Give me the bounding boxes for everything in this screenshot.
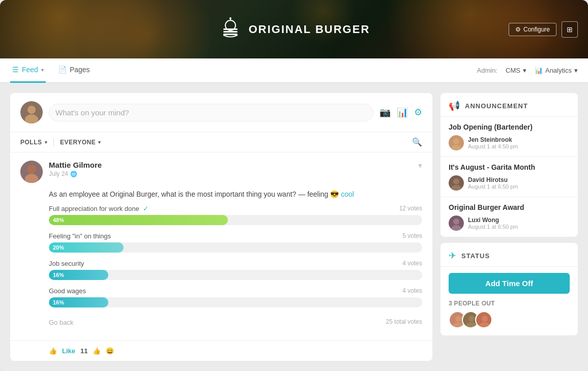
total-votes: 25 total votes bbox=[386, 318, 422, 325]
analytics-chevron: ▾ bbox=[574, 67, 578, 74]
svg-point-26 bbox=[468, 316, 475, 322]
svg-point-29 bbox=[482, 316, 488, 322]
avatar-group bbox=[449, 311, 570, 328]
svg-point-23 bbox=[455, 316, 461, 322]
ann-title-3: Original Burger Award bbox=[449, 203, 570, 211]
out-person-avatar-3 bbox=[475, 311, 492, 328]
filter-divider bbox=[53, 138, 54, 146]
add-time-off-button[interactable]: Add Time Off bbox=[449, 273, 570, 294]
configure-button[interactable]: ⚙ Configure bbox=[509, 23, 556, 36]
search-button[interactable]: 🔍 bbox=[412, 137, 422, 147]
configure-icon: ⚙ bbox=[515, 26, 521, 33]
nav-right: Admin: CMS ▾ 📊 Analytics ▾ bbox=[477, 67, 578, 74]
post-author-avatar bbox=[20, 161, 43, 183]
poll-option: Job security 4 votes 16% bbox=[49, 260, 422, 280]
people-out-label: 3 PEOPLE OUT bbox=[449, 300, 570, 307]
post-meta: Mattie Gilmore July 24 🌐 bbox=[49, 161, 412, 177]
ann-person-3: Luxi Wong August 1 at 6:50 pm bbox=[449, 215, 570, 231]
svg-point-17 bbox=[453, 178, 459, 184]
filter-bar: POLLS ▾ EVERYONE ▾ 🔍 bbox=[10, 132, 432, 152]
post-icons: 📷 📊 ⚙ bbox=[379, 107, 422, 118]
post-box: What's on your mind? 📷 📊 ⚙ bbox=[10, 93, 432, 132]
thumbs-up-icon: 👍 bbox=[49, 347, 57, 355]
camera-icon[interactable]: 📷 bbox=[379, 107, 391, 118]
post-date: July 24 🌐 bbox=[49, 170, 412, 177]
chart-icon[interactable]: 📊 bbox=[397, 107, 408, 118]
post-author-name: Mattie Gilmore bbox=[49, 161, 412, 169]
post-options-chevron[interactable]: ▾ bbox=[418, 161, 422, 170]
nav-left: ☰ Feed ▾ 📄 Pages bbox=[10, 58, 477, 83]
ann-title-1: Job Opening (Bartender) bbox=[449, 123, 570, 131]
nav-feed[interactable]: ☰ Feed ▾ bbox=[10, 58, 46, 83]
right-panel: 📢 ANNOUNCEMENT Job Opening (Bartender) J… bbox=[440, 93, 578, 361]
settings-icon[interactable]: ⚙ bbox=[414, 107, 422, 118]
everyone-filter[interactable]: EVERYONE ▾ bbox=[60, 139, 101, 146]
announcement-item: Job Opening (Bartender) Jen Steinbrook A… bbox=[440, 117, 578, 157]
feed-chevron: ▾ bbox=[41, 67, 44, 73]
status-icon: ✈ bbox=[449, 250, 456, 261]
ann-avatar-2 bbox=[449, 175, 464, 191]
status-card: ✈ STATUS Add Time Off 3 PEOPLE OUT bbox=[440, 243, 578, 335]
poll-option: Feeling "in" on things 5 votes 20% bbox=[49, 232, 422, 253]
polls-filter[interactable]: POLLS ▾ bbox=[20, 139, 47, 146]
poll-option: Full appreciation for work done ✓ 12 vot… bbox=[49, 205, 422, 225]
feed-panel: What's on your mind? 📷 📊 ⚙ POLLS ▾ EVERY… bbox=[10, 93, 432, 361]
poll-bar-2: 20% bbox=[49, 242, 124, 253]
announcements-card: 📢 ANNOUNCEMENT Job Opening (Bartender) J… bbox=[440, 93, 578, 237]
announcement-icon: 📢 bbox=[449, 100, 460, 111]
like-button[interactable]: Like bbox=[62, 347, 75, 355]
svg-point-12 bbox=[27, 165, 36, 173]
like-count: 11 bbox=[80, 347, 87, 355]
header-actions: ⚙ Configure ⊞ bbox=[509, 21, 578, 38]
post-footer: 👍 Like 11 👍 😄 bbox=[10, 341, 432, 361]
thumbs-up-icon-2: 👍 bbox=[93, 347, 101, 355]
status-title: STATUS bbox=[461, 252, 490, 260]
post-body: As an employee at Original Burger, what … bbox=[20, 189, 422, 200]
analytics-dropdown[interactable]: 📊 Analytics ▾ bbox=[535, 67, 578, 74]
announcement-item: It's August - Garita Month David Hirotsu… bbox=[440, 157, 578, 197]
poll-option: Good wages 4 votes 16% bbox=[49, 287, 422, 307]
globe-icon: 🌐 bbox=[70, 171, 77, 177]
ann-avatar-1 bbox=[449, 135, 464, 150]
logo-icon bbox=[218, 17, 243, 42]
polls-chevron: ▾ bbox=[45, 140, 48, 145]
svg-point-2 bbox=[229, 17, 231, 19]
post-header: Mattie Gilmore July 24 🌐 ▾ bbox=[20, 161, 422, 183]
screen-icon[interactable]: ⊞ bbox=[562, 21, 578, 38]
everyone-chevron: ▾ bbox=[98, 140, 101, 145]
analytics-chart-icon: 📊 bbox=[535, 67, 543, 74]
cms-dropdown[interactable]: CMS ▾ bbox=[506, 67, 526, 74]
laugh-icon: 😄 bbox=[106, 347, 114, 355]
svg-point-20 bbox=[453, 219, 459, 225]
ann-person-2: David Hirotsu August 1 at 6:50 pm bbox=[449, 175, 570, 191]
nav-pages[interactable]: 📄 Pages bbox=[56, 58, 92, 83]
feed-icon: ☰ bbox=[12, 66, 19, 74]
ann-title-2: It's August - Garita Month bbox=[449, 163, 570, 171]
feed-content: Mattie Gilmore July 24 🌐 ▾ As an employe… bbox=[10, 152, 432, 341]
announcements-header: 📢 ANNOUNCEMENT bbox=[440, 93, 578, 117]
nav-bar: ☰ Feed ▾ 📄 Pages Admin: CMS ▾ 📊 Analytic… bbox=[0, 58, 588, 83]
svg-point-7 bbox=[27, 106, 36, 114]
user-avatar bbox=[20, 101, 43, 123]
ann-date-3: August 1 at 6:50 pm bbox=[468, 224, 518, 230]
ann-name-2: David Hirotsu bbox=[468, 176, 518, 183]
svg-rect-5 bbox=[223, 34, 238, 35]
ann-avatar-3 bbox=[449, 215, 464, 231]
ann-person-1: Jen Steinbrook August 1 at 4:50 pm bbox=[449, 135, 570, 150]
cool-link[interactable]: cool bbox=[341, 190, 354, 198]
status-header: ✈ STATUS bbox=[440, 243, 578, 267]
cms-chevron: ▾ bbox=[523, 67, 526, 74]
svg-rect-3 bbox=[223, 28, 238, 30]
header-banner: ORIGINAL BURGER ⚙ Configure ⊞ bbox=[0, 0, 588, 58]
announcement-item: Original Burger Award Luxi Wong August 1… bbox=[440, 197, 578, 237]
logo-text: ORIGINAL BURGER bbox=[249, 23, 370, 36]
poll-bar-4: 16% bbox=[49, 297, 108, 307]
post-input[interactable]: What's on your mind? bbox=[49, 104, 373, 121]
ann-date-1: August 1 at 4:50 pm bbox=[468, 143, 518, 149]
main-layout: What's on your mind? 📷 📊 ⚙ POLLS ▾ EVERY… bbox=[0, 83, 588, 371]
check-icon: ✓ bbox=[143, 205, 149, 212]
ann-name-1: Jen Steinbrook bbox=[468, 136, 518, 143]
go-back-link[interactable]: Go back bbox=[49, 319, 73, 326]
logo-area: ORIGINAL BURGER bbox=[218, 17, 370, 42]
svg-point-14 bbox=[453, 138, 459, 144]
